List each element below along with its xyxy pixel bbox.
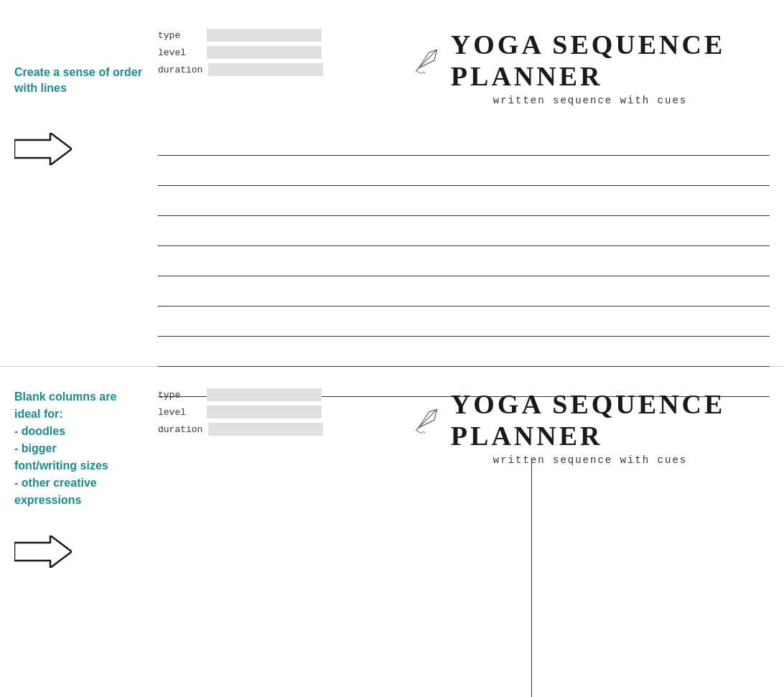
svg-line-3 — [416, 71, 421, 74]
arrow-icon-bottom — [14, 535, 72, 571]
arrow-icon-top — [14, 133, 72, 169]
svg-line-4 — [421, 72, 424, 73]
logo-area-bottom: YOGA SEQUENCE PLANNER written sequence w… — [411, 388, 770, 466]
line-4 — [158, 216, 770, 246]
kite-icon-top — [411, 39, 442, 82]
svg-marker-6 — [14, 535, 72, 568]
logo-subtitle-top: written sequence with cues — [493, 95, 687, 106]
form-row-duration-top: duration — [158, 63, 352, 76]
logo-title-top: YOGA SEQUENCE PLANNER — [451, 29, 770, 92]
logo-title-bottom: YOGA SEQUENCE PLANNER — [451, 388, 770, 452]
line-6 — [158, 276, 770, 307]
writing-lines-top — [158, 126, 770, 397]
logo-row-top: YOGA SEQUENCE PLANNER — [411, 29, 770, 92]
sidebar-label-top: Create a sense of order with lines — [14, 65, 151, 97]
form-row-type-bot: type — [158, 388, 352, 401]
form-area-bottom: type level duration — [158, 388, 352, 440]
duration-field-top[interactable] — [208, 63, 323, 76]
type-field-top[interactable] — [207, 29, 322, 42]
form-row-duration-bot: duration — [158, 423, 352, 436]
column-right — [532, 460, 770, 697]
kite-icon-bottom — [411, 398, 442, 441]
logo-area-top: YOGA SEQUENCE PLANNER written sequence w… — [411, 29, 770, 106]
sidebar-text-bottom: Blank columns are ideal for: - doodles -… — [14, 388, 158, 509]
page: Create a sense of order with lines type … — [0, 0, 784, 697]
level-field-bot[interactable] — [207, 406, 322, 418]
form-row-level-bot: level — [158, 406, 352, 418]
section-top: Create a sense of order with lines type … — [0, 0, 784, 366]
sidebar-label-bottom: Blank columns are ideal for: - doodles -… — [14, 388, 158, 509]
level-field-top[interactable] — [207, 46, 322, 59]
duration-field-bot[interactable] — [208, 423, 323, 436]
line-1 — [158, 126, 770, 156]
line-5 — [158, 246, 770, 276]
line-2 — [158, 156, 770, 186]
svg-line-10 — [421, 431, 424, 433]
svg-marker-0 — [14, 133, 72, 165]
line-7 — [158, 307, 770, 337]
svg-line-5 — [424, 72, 425, 74]
form-row-type-top: type — [158, 29, 352, 42]
line-3 — [158, 186, 770, 216]
svg-line-9 — [416, 431, 421, 434]
section-bottom: Blank columns are ideal for: - doodles -… — [0, 367, 784, 697]
line-8 — [158, 337, 770, 367]
svg-line-11 — [424, 431, 425, 434]
column-left — [158, 460, 345, 697]
columns-area — [158, 460, 770, 697]
logo-row-bottom: YOGA SEQUENCE PLANNER — [411, 388, 770, 452]
form-row-level-top: level — [158, 46, 352, 59]
type-field-bot[interactable] — [207, 388, 322, 401]
form-area-top: type level duration — [158, 29, 352, 80]
